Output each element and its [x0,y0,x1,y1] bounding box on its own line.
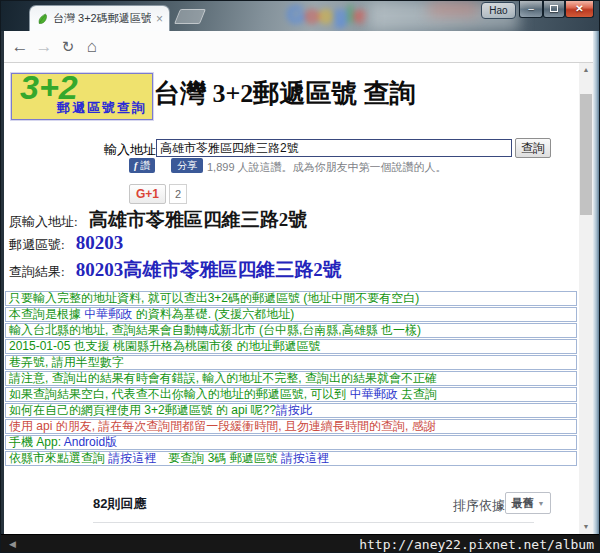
scroll-down-icon[interactable]: ▼ [579,520,593,534]
result-value: 80203 [76,232,124,254]
fb-like-count-text: 1,899 人說這讚。成為你朋友中第一個說讚的人。 [207,160,447,175]
new-tab-button[interactable] [174,9,206,24]
note-text: 如果查詢結果空白, 代表查不出你輸入的地址的郵遞區號, 可以到 [9,387,350,401]
background-blur-red [429,3,477,15]
note-row: 如果查詢結果空白, 代表查不出你輸入的地址的郵遞區號, 可以到 中華郵政 去查詢 [5,387,577,402]
result-label: 郵遞區號: [9,236,65,254]
notes-list: 只要輸入完整的地址資料, 就可以查出3+2碼的郵遞區號 (地址中間不要有空白)本… [5,291,577,467]
tab-close-icon[interactable]: × [156,14,163,24]
album-prev-arrow[interactable]: ◀ [9,539,16,549]
note-row: 巷弄號, 請用半型數字 [5,355,577,370]
reload-icon[interactable]: ↻ [57,31,79,63]
note-row: 依縣市來點選查詢 請按這裡 要查詢 3碼 郵遞區號 請按這裡 [5,451,577,466]
note-link[interactable]: Android版 [64,435,117,449]
sort-by-label: 排序依據 [453,497,505,515]
note-row: 使用 api 的朋友, 請在每次查詢間都留一段緩衝時間, 且勿連續長時間的查詢,… [5,419,577,434]
note-row: 輸入台北縣的地址, 查詢結果會自動轉成新北市 (台中縣,台南縣,高雄縣 也一樣) [5,323,577,338]
sort-dropdown[interactable]: 最舊 ▼ [505,492,551,514]
note-text: 巷弄號, 請用半型數字 [9,355,124,369]
close-button[interactable]: ✕ [565,1,594,18]
note-text: 要查詢 3碼 郵遞區號 [156,451,281,465]
dropdown-arrow-icon: ▼ [538,500,545,507]
site-logo[interactable]: 3+2 郵遞區號查詢 [11,73,153,120]
note-row: 手機 App: Android版 [5,435,577,450]
forward-icon[interactable]: → [33,31,55,63]
window-left-edge [1,31,4,534]
note-row: 請注意, 查詢出的結果有時會有錯誤, 輸入的地址不完整, 查詢出的結果就會不正確 [5,371,577,386]
sort-dropdown-value: 最舊 [512,496,534,511]
scroll-up-icon[interactable]: ▲ [579,63,593,77]
browser-tab[interactable]: 台灣 3+2碼郵遞區號 查詢 × [29,5,170,31]
note-row: 2015-01-05 也支援 桃園縣升格為桃園市後 的地址郵遞區號 [5,339,577,354]
back-icon[interactable]: ← [9,31,31,63]
note-text: 如何在自己的網頁裡使用 3+2郵遞區號 的 api 呢?? [9,403,276,417]
result-zipcode: 郵遞區號: 80203 [9,232,123,254]
result-label: 查詢結果: [9,263,65,281]
result-original-address: 原輸入地址: 高雄市苓雅區四維三路2號 [9,207,307,233]
result-label: 原輸入地址: [9,213,78,231]
note-row: 本查詢是根據 中華郵政 的資料為基礎. (支援六都地址) [5,307,577,322]
leaf-favicon [36,13,48,25]
maximize-icon [550,5,558,12]
home-icon[interactable]: ⌂ [81,31,103,63]
fb-share-button[interactable]: 分享 [171,158,203,173]
gplus-count: 2 [169,184,187,204]
address-input[interactable] [156,139,512,157]
note-row: 只要輸入完整的地址資料, 就可以查出3+2碼的郵遞區號 (地址中間不要有空白) [5,291,577,306]
note-text: 請注意, 查詢出的結果有時會有錯誤, 輸入的地址不完整, 查詢出的結果就會不正確 [9,371,437,385]
comments-count: 82則回應 [93,495,146,513]
query-button[interactable]: 查詢 [515,138,551,158]
note-text: 依縣市來點選查詢 [9,451,108,465]
note-row: 如何在自己的網頁裡使用 3+2郵遞區號 的 api 呢??請按此 [5,403,577,418]
vertical-scrollbar[interactable]: ▲ ▼ [579,63,593,534]
note-text: 只要輸入完整的地址資料, 就可以查出3+2碼的郵遞區號 (地址中間不要有空白) [9,291,419,305]
scrollbar-thumb[interactable] [580,94,592,215]
facebook-row: f讚 分享 1,899 人說這讚。成為你朋友中第一個說讚的人。 [4,158,579,174]
browser-window: Google 台灣 3+2碼郵遞區號 查詢 × Hao – ✕ ← → ↻ ⌂ … [0,0,600,553]
maximize-button[interactable] [543,1,565,18]
background-google-blur: Google [287,2,366,29]
profile-button[interactable]: Hao [481,2,516,19]
note-link[interactable]: 請按此 [276,403,312,417]
note-link[interactable]: 中華郵政 [84,307,132,321]
gplus-button[interactable]: G+1 [129,184,166,204]
note-link[interactable]: 請按這裡 [281,451,329,465]
note-link[interactable]: 請按這裡 [108,451,156,465]
result-value: 高雄市苓雅區四維三路2號 [89,207,308,233]
fb-logo: f [134,160,137,171]
page-title: 台灣 3+2郵遞區號 查詢 [154,76,416,111]
watermark-url: http://aney22.pixnet.net/album [359,537,594,552]
comments-divider [93,522,534,523]
result-full: 查詢結果: 80203高雄市苓雅區四維三路2號 [9,257,342,283]
note-text: 手機 App: [9,435,64,449]
gplus-row: G+1 2 [4,184,579,204]
search-row: 輸入地址: 查詢 [4,138,579,160]
note-text: 的資料為基礎. (支援六都地址) [132,307,294,321]
address-input-label: 輸入地址: [104,141,160,159]
minimize-button[interactable]: – [519,1,543,18]
note-text: 2015-01-05 也支援 桃園縣升格為桃園市後 的地址郵遞區號 [9,339,320,353]
note-text: 使用 api 的朋友, 請在每次查詢間都留一段緩衝時間, 且勿連續長時間的查詢,… [9,419,436,433]
page-content: 3+2 郵遞區號查詢 台灣 3+2郵遞區號 查詢 輸入地址: 查詢 f讚 分享 … [4,63,579,534]
note-link[interactable]: 中華郵政 [350,387,398,401]
window-titlebar: Google 台灣 3+2碼郵遞區號 查詢 × Hao – ✕ [1,1,600,31]
browser-toolbar: ← → ↻ ⌂ ⓘ zip5.5432.tw ☆ ★ e 2 ⋮ [1,31,600,63]
tab-title: 台灣 3+2碼郵遞區號 查詢 [53,11,151,26]
fb-like-button[interactable]: f讚 [129,158,155,173]
album-bottom-bar: ◀ http://aney22.pixnet.net/album [1,534,600,553]
logo-subtitle: 郵遞區號查詢 [57,99,147,117]
note-text: 去查詢 [398,387,437,401]
note-text: 本查詢是根據 [9,307,84,321]
window-right-edge [593,31,600,534]
note-text: 輸入台北縣的地址, 查詢結果會自動轉成新北市 (台中縣,台南縣,高雄縣 也一樣) [9,323,421,337]
result-value: 80203高雄市苓雅區四維三路2號 [76,257,342,283]
